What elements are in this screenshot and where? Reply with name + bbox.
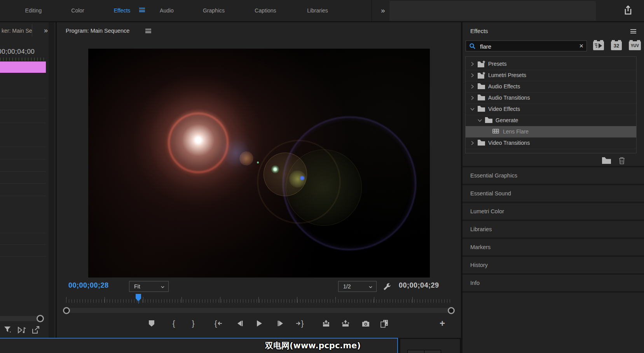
- play-audio-icon[interactable]: [17, 326, 28, 334]
- add-marker-button[interactable]: [145, 317, 158, 330]
- mark-in-button[interactable]: {: [168, 317, 180, 330]
- workspace-tab-libraries[interactable]: Libraries: [307, 0, 328, 21]
- search-input[interactable]: [479, 41, 574, 51]
- playhead-line: [138, 301, 139, 304]
- lift-button[interactable]: [320, 317, 332, 330]
- clip-segment[interactable]: [0, 61, 46, 73]
- workspace-tab-color[interactable]: Color: [71, 0, 84, 21]
- panel-overflow-chevron[interactable]: »: [44, 22, 48, 39]
- workspace-tab-bar: EditingColorEffectsAudioGraphicsCaptions…: [0, 0, 644, 22]
- go-to-in-button[interactable]: {: [212, 317, 225, 330]
- step-forward-button[interactable]: [274, 317, 287, 330]
- play-button[interactable]: [253, 317, 265, 330]
- tree-item-presets[interactable]: Presets: [466, 58, 636, 70]
- scrollbar-handle[interactable]: [37, 315, 44, 322]
- video-frame[interactable]: [88, 49, 430, 277]
- step-forward-icon: [277, 320, 284, 327]
- clear-search-icon[interactable]: ×: [579, 41, 583, 51]
- comparison-view-icon: [380, 320, 389, 328]
- quick-export-icon[interactable]: [623, 5, 633, 16]
- folder-icon: [477, 94, 485, 100]
- settings-wrench-icon[interactable]: [382, 282, 391, 291]
- comparison-view-button[interactable]: [378, 317, 390, 330]
- watermark-text: 双电网(www.pcpc.me): [218, 340, 408, 351]
- workspace-tab-editing[interactable]: Editing: [25, 0, 42, 21]
- panel-menu-icon[interactable]: [630, 29, 636, 33]
- workspace-tab-captions[interactable]: Captions: [255, 0, 276, 21]
- tree-item-video-transitions[interactable]: Video Transitions: [466, 137, 636, 149]
- current-timecode[interactable]: 00;00;00;28: [68, 281, 109, 290]
- program-monitor-tab-label[interactable]: Program: Main Sequence: [66, 22, 129, 39]
- chevron-right-icon[interactable]: [470, 62, 475, 66]
- zoom-level-value: Fit: [134, 281, 140, 292]
- chevron-down-icon[interactable]: [470, 107, 475, 111]
- zoom-handle-left[interactable]: [63, 307, 70, 314]
- track-row-separator: [0, 183, 46, 184]
- tree-item-video-effects[interactable]: Video Effects: [466, 104, 636, 115]
- new-custom-bin-icon[interactable]: [602, 157, 611, 164]
- tree-item-audio-transitions[interactable]: Audio Transitions: [466, 92, 636, 104]
- panel-tab-essential-sound[interactable]: Essential Sound: [462, 185, 644, 202]
- chevron-right-icon[interactable]: [470, 84, 475, 89]
- filter-icon[interactable]: [3, 325, 12, 334]
- track-row-separator: [0, 147, 46, 147]
- tree-item-label: Audio Effects: [488, 81, 520, 92]
- tree-item-audio-effects[interactable]: Audio Effects: [466, 81, 636, 93]
- tree-item-label: Lumetri Presets: [488, 70, 526, 81]
- timeline-panel-header: ker: Main Se »: [0, 22, 56, 39]
- go-to-out-button[interactable]: }: [293, 317, 306, 330]
- export-frame-button[interactable]: [360, 317, 372, 330]
- mark-out-button[interactable]: }: [187, 317, 199, 330]
- panel-tab-lumetri-color[interactable]: Lumetri Color: [462, 203, 644, 220]
- button-editor-button[interactable]: +: [436, 317, 449, 330]
- track-row-separator: [0, 171, 46, 172]
- mark-in-icon: {: [173, 320, 175, 327]
- panel-tab-libraries[interactable]: Libraries: [462, 221, 644, 237]
- chevron-down-icon[interactable]: [478, 118, 482, 123]
- panel-tab-label: Libraries: [470, 221, 492, 237]
- workspace-overflow-chevron[interactable]: »: [381, 0, 385, 21]
- step-back-button[interactable]: [234, 317, 246, 330]
- zoom-handle-right[interactable]: [448, 307, 455, 314]
- playback-resolution-select[interactable]: 1/2: [338, 281, 377, 292]
- camera-icon: [362, 320, 370, 327]
- zoom-level-select[interactable]: Fit: [129, 281, 169, 292]
- scrubber-ruler[interactable]: [66, 297, 451, 303]
- zoom-scrollbar-track[interactable]: [66, 308, 451, 313]
- workspace-tab-graphics[interactable]: Graphics: [203, 0, 225, 21]
- go-to-in-icon: {: [215, 320, 223, 327]
- timeline-ruler-timecode: 00;00;04;00: [0, 48, 35, 56]
- panel-menu-icon[interactable]: [145, 29, 151, 33]
- bottom-right-region: [400, 339, 460, 353]
- panel-tab-label: Essential Graphics: [470, 167, 517, 184]
- vertical-scrollbar-track[interactable]: [49, 22, 54, 338]
- effects-tab-label[interactable]: Effects: [470, 22, 488, 40]
- workspace-tab-audio[interactable]: Audio: [160, 0, 174, 21]
- yuv-badge[interactable]: YUV: [629, 41, 641, 50]
- lift-icon: [322, 320, 330, 327]
- extract-button[interactable]: [339, 317, 352, 330]
- chevron-right-icon[interactable]: [470, 141, 475, 145]
- timeline-tab-label[interactable]: ker: Main Se: [2, 22, 32, 39]
- panel-tab-markers[interactable]: Markers: [462, 239, 644, 255]
- tree-item-lumetri-presets[interactable]: Lumetri Presets: [466, 70, 636, 81]
- plus-icon: +: [440, 319, 445, 328]
- panel-tab-info[interactable]: Info: [462, 275, 644, 291]
- panel-tab-essential-graphics[interactable]: Essential Graphics: [462, 167, 644, 184]
- track-row-separator: [0, 256, 46, 256]
- bit-depth-badge[interactable]: 32: [611, 41, 622, 50]
- delete-icon[interactable]: [618, 156, 626, 165]
- accelerated-effects-badge[interactable]: [593, 41, 604, 50]
- workspace-tab-effects[interactable]: Effects: [114, 0, 131, 21]
- chevron-right-icon[interactable]: [470, 73, 475, 77]
- tree-item-lens-flare[interactable]: Lens Flare: [466, 126, 636, 138]
- export-icon[interactable]: [31, 326, 41, 334]
- tree-item-label: Presets: [488, 58, 506, 70]
- chevron-right-icon[interactable]: [470, 96, 475, 100]
- divider: [462, 291, 644, 293]
- workspace-menu-icon[interactable]: [139, 8, 145, 12]
- tree-item-generate[interactable]: Generate: [466, 115, 636, 126]
- timeline-ruler-ticks[interactable]: [0, 58, 46, 61]
- panel-tab-history[interactable]: History: [462, 257, 644, 273]
- track-row-separator: [0, 98, 46, 98]
